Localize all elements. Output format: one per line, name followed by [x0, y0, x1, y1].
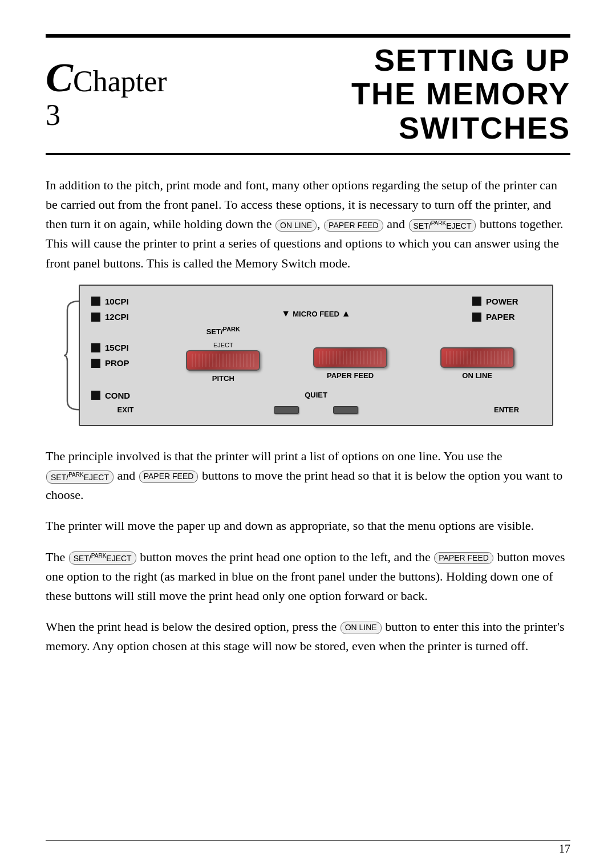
- page-number: 17: [559, 842, 570, 855]
- paper-feed-badge2: PAPER FEED: [139, 470, 198, 483]
- set-park-eject-button-badge: SET/PARKEJECT: [409, 219, 476, 232]
- paragraph-2: The principle involved is that the print…: [46, 447, 570, 505]
- paragraph-5: When the print head is below the desired…: [46, 617, 570, 656]
- set-park-eject-badge3: SET/PARKEJECT: [69, 551, 136, 565]
- pitch-section: SET/PARK EJECT PITCH: [160, 325, 287, 387]
- on-line-button-badge: ON LINE: [275, 220, 317, 232]
- right-led-column: POWER PAPER: [472, 295, 541, 324]
- left-led-col2: 15CPI PROP: [91, 341, 160, 370]
- led-square: [472, 313, 481, 322]
- led-10cpi: 10CPI: [91, 295, 160, 308]
- enter-label: ENTER: [494, 404, 519, 416]
- left-led-column: 10CPI 12CPI: [91, 295, 160, 324]
- led-square: [91, 343, 100, 352]
- led-square: [91, 391, 100, 400]
- on-line-section: ON LINE: [414, 327, 541, 384]
- paragraph-4: The SET/PARKEJECT button moves the print…: [46, 547, 570, 606]
- paper-feed-badge3: PAPER FEED: [434, 552, 493, 565]
- exit-label: EXIT: [117, 404, 134, 416]
- quiet-label: QUIET: [305, 390, 327, 401]
- led-15cpi: 15CPI: [91, 341, 160, 354]
- page: CChapter 3 SETTING UP THE MEMORY SWITCHE…: [0, 0, 616, 868]
- led-cond: COND: [91, 389, 160, 402]
- third-row: COND QUIET: [91, 389, 541, 402]
- panel-bottom-row: EXIT ENTER: [91, 404, 541, 416]
- led-square: [472, 297, 481, 306]
- on-line-badge2: ON LINE: [341, 622, 382, 634]
- panel-main-row: 15CPI PROP SET/PARK EJECT PITCH: [91, 325, 541, 387]
- printer-panel-diagram: 10CPI 12CPI ▼ MICRO FEED: [63, 285, 553, 427]
- chapter-label: CChapter 3: [46, 57, 184, 132]
- led-square: [91, 297, 100, 306]
- panel-top-row: 10CPI 12CPI ▼ MICRO FEED: [91, 295, 541, 324]
- set-park-eject-panel-button[interactable]: [186, 350, 260, 371]
- bottom-separator: [46, 840, 570, 841]
- small-button-left[interactable]: [274, 406, 299, 414]
- led-square: [91, 313, 100, 322]
- panel-inner: 10CPI 12CPI ▼ MICRO FEED: [79, 285, 553, 427]
- led-power: POWER: [472, 295, 518, 308]
- led-paper: PAPER: [472, 310, 515, 323]
- panel-bracket: [63, 285, 80, 427]
- set-park-eject-badge2: SET/PARKEJECT: [46, 470, 114, 484]
- paper-feed-section: PAPER FEED: [287, 327, 414, 384]
- led-square: [91, 359, 100, 368]
- led-12cpi: 12CPI: [91, 310, 160, 323]
- body-content: In addition to the pitch, print mode and…: [46, 176, 570, 656]
- micro-feed-label-area: ▼ MICRO FEED ▲: [281, 307, 350, 321]
- on-line-panel-button[interactable]: [440, 347, 514, 368]
- paper-feed-button-badge: PAPER FEED: [324, 220, 383, 232]
- paragraph-3: The printer will move the paper up and d…: [46, 516, 570, 536]
- led-prop: PROP: [91, 356, 160, 370]
- micro-feed-line: ▼ MICRO FEED ▲: [281, 307, 350, 321]
- paragraph-1: In addition to the pitch, print mode and…: [46, 176, 570, 273]
- chapter-title: SETTING UP THE MEMORY SWITCHES: [184, 43, 570, 145]
- paper-feed-panel-button[interactable]: [313, 347, 387, 368]
- small-button-right[interactable]: [333, 406, 358, 414]
- chapter-header: CChapter 3 SETTING UP THE MEMORY SWITCHE…: [46, 34, 570, 155]
